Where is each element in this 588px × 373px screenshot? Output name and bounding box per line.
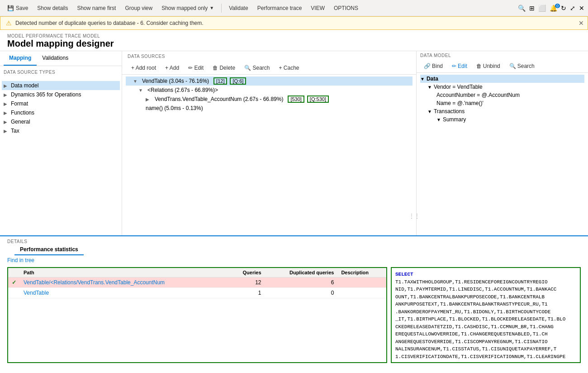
summary-node[interactable]: ▼ Summary bbox=[420, 115, 584, 124]
ds-type-label: Format bbox=[11, 100, 28, 107]
search-icon[interactable]: 🔍 bbox=[518, 5, 526, 12]
vendtrans-badge2: [Q:530] bbox=[307, 96, 329, 103]
show-name-first-button[interactable]: Show name first bbox=[73, 3, 119, 13]
performance-statistics-tab[interactable]: Performance statistics bbox=[14, 244, 84, 255]
ds-type-functions[interactable]: ▶ Functions bbox=[2, 108, 120, 117]
chevron-right-icon: ▶ bbox=[4, 110, 9, 115]
namefn-node[interactable]: name() (5.0ms - 0.13%) bbox=[126, 104, 413, 113]
edit-model-button[interactable]: ✏ Edit bbox=[448, 62, 471, 71]
edit-icon: ✏ bbox=[452, 63, 456, 69]
search-datasource-button[interactable]: 🔍 Search bbox=[241, 63, 273, 72]
col-duplicated: Duplicated queries bbox=[265, 268, 338, 277]
show-details-button[interactable]: Show details bbox=[33, 3, 71, 13]
data-model-content: ▼ Data ▼ Vendor = VendTable AccountNumbe… bbox=[417, 73, 588, 235]
relations-node[interactable]: ▼ <Relations (2.67s - 66.89%)> bbox=[126, 86, 413, 95]
chevron-right-icon: ▶ bbox=[4, 92, 9, 97]
chevron-right-icon: ▶ bbox=[4, 83, 9, 88]
refresh-icon[interactable]: ↻ bbox=[561, 5, 566, 12]
vertical-resize-handle[interactable]: ⋮⋮ bbox=[413, 59, 416, 235]
office-icon[interactable]: ⬜ bbox=[538, 5, 546, 12]
bind-button[interactable]: 🔗 Bind bbox=[420, 62, 446, 71]
save-button[interactable]: 💾 Save bbox=[4, 3, 32, 13]
delete-button[interactable]: 🗑 Delete bbox=[209, 63, 239, 72]
validate-button[interactable]: Validate bbox=[225, 3, 251, 13]
vendtable-node[interactable]: ▼ VendTable (3.04s - 76.16%) [12] [Q:6] bbox=[126, 77, 413, 86]
chevron-down-icon[interactable]: ▼ bbox=[138, 88, 144, 93]
chevron-right-icon: ▶ bbox=[4, 120, 9, 124]
separator bbox=[221, 4, 222, 13]
chevron-down-icon: ▼ bbox=[427, 85, 432, 90]
edit-datasource-button[interactable]: ✏ Edit bbox=[185, 63, 207, 72]
group-view-button[interactable]: Group view bbox=[121, 3, 156, 13]
ds-type-general[interactable]: ▶ General bbox=[2, 117, 120, 126]
ds-type-label: General bbox=[11, 119, 30, 125]
search-model-button[interactable]: 🔍 Search bbox=[506, 62, 538, 71]
show-mapped-only-button[interactable]: Show mapped only ▼ bbox=[158, 3, 218, 13]
checkmark-icon: ✓ bbox=[12, 279, 16, 286]
vendtrans-label: VendTrans.VendTable_AccountNum (2.67s - … bbox=[153, 96, 285, 103]
row-queries: 12 bbox=[228, 277, 265, 288]
add-root-button[interactable]: + Add root bbox=[128, 63, 160, 72]
chevron-right-icon[interactable]: ▶ bbox=[146, 97, 151, 102]
add-button[interactable]: + Add bbox=[161, 63, 183, 72]
drag-icon: ⋮⋮ bbox=[409, 213, 416, 219]
data-node[interactable]: ▼ Data bbox=[420, 75, 584, 83]
page-title: Model mapping designer bbox=[7, 38, 581, 49]
unbind-icon: 🗑 bbox=[476, 63, 482, 69]
table-row[interactable]: VendTable 1 0 bbox=[8, 288, 386, 298]
toolbar-right: 🔍 ⊞ ⬜ 🔔 0 ↻ ⤢ ✕ bbox=[518, 5, 584, 12]
find-in-tree-link[interactable]: Find in tree bbox=[0, 255, 588, 265]
table-row[interactable]: ✓ VendTable/<Relations/VendTrans.VendTab… bbox=[8, 277, 386, 288]
close-icon[interactable]: ✕ bbox=[579, 5, 584, 12]
tab-mapping[interactable]: Mapping bbox=[4, 51, 37, 66]
tab-validations[interactable]: Validations bbox=[37, 51, 74, 66]
col-path: Path bbox=[20, 268, 228, 277]
notification-icon[interactable]: 🔔 0 bbox=[550, 5, 557, 12]
row-path[interactable]: VendTable/<Relations/VendTrans.VendTable… bbox=[20, 277, 228, 288]
warning-icon: ⚠ bbox=[6, 19, 12, 27]
ds-type-label: Dynamics 365 for Operations bbox=[11, 91, 81, 98]
namefn-label: name() (5.0ms - 0.13%) bbox=[144, 105, 205, 112]
performance-table: Path Queries Duplicated queries Descript… bbox=[8, 268, 386, 298]
ds-type-format[interactable]: ▶ Format bbox=[2, 99, 120, 108]
cache-button[interactable]: + Cache bbox=[275, 63, 303, 72]
chevron-down-icon: ▼ bbox=[436, 117, 441, 122]
warning-close-button[interactable]: ✕ bbox=[579, 19, 584, 27]
ds-type-label: Functions bbox=[11, 110, 34, 116]
datasource-types-tree: ▶ Data model ▶ Dynamics 365 for Operatio… bbox=[0, 81, 122, 235]
vendor-node[interactable]: ▼ Vendor = VendTable bbox=[420, 83, 584, 91]
bind-icon: 🔗 bbox=[424, 63, 431, 69]
datasources-content: ▼ VendTable (3.04s - 76.16%) [12] [Q:6] … bbox=[122, 75, 416, 235]
performance-table-section: Path Queries Duplicated queries Descript… bbox=[7, 267, 387, 363]
ds-type-label: Tax bbox=[11, 128, 19, 134]
datasources-label: DATA SOURCES bbox=[128, 54, 411, 59]
path-link[interactable]: VendTable/<Relations/VendTrans.VendTable… bbox=[24, 279, 165, 286]
ds-type-dynamics365[interactable]: ▶ Dynamics 365 for Operations bbox=[2, 90, 120, 99]
view-button[interactable]: VIEW bbox=[307, 3, 328, 13]
chevron-down-icon: ▼ bbox=[420, 77, 425, 81]
data-model-header: DATA MODEL bbox=[417, 51, 588, 60]
puzzle-icon[interactable]: ⊞ bbox=[529, 5, 535, 12]
path-link[interactable]: VendTable bbox=[24, 290, 49, 296]
row-duplicated: 6 bbox=[265, 277, 338, 288]
chevron-down-icon[interactable]: ▼ bbox=[133, 79, 138, 84]
restore-icon[interactable]: ⤢ bbox=[570, 5, 575, 12]
datasources-header: DATA SOURCES bbox=[122, 51, 416, 62]
performance-trace-button[interactable]: Performance trace bbox=[254, 3, 306, 13]
perf-stats-tab: Performance statistics bbox=[0, 244, 588, 255]
ds-type-tax[interactable]: ▶ Tax bbox=[2, 126, 120, 135]
chevron-right-icon: ▶ bbox=[4, 129, 9, 134]
col-description: Description bbox=[337, 268, 386, 277]
relations-label: <Relations (2.67s - 66.89%)> bbox=[146, 86, 220, 94]
row-path[interactable]: VendTable bbox=[20, 288, 228, 298]
warning-banner: ⚠ Detected number of duplicate queries t… bbox=[0, 16, 588, 30]
datasource-types-label: DATA SOURCE TYPES bbox=[4, 70, 118, 75]
options-button[interactable]: OPTIONS bbox=[330, 3, 362, 13]
name-node: Name = @.'name()' bbox=[420, 99, 584, 107]
data-model-toolbar: 🔗 Bind ✏ Edit 🗑 Unbind 🔍 Search bbox=[417, 60, 588, 73]
ds-type-data-model[interactable]: ▶ Data model bbox=[2, 81, 120, 90]
vendtrans-node[interactable]: ▶ VendTrans.VendTable_AccountNum (2.67s … bbox=[126, 95, 413, 104]
unbind-button[interactable]: 🗑 Unbind bbox=[473, 62, 504, 71]
transactions-node[interactable]: ▼ Transactions bbox=[420, 107, 584, 115]
col-check bbox=[8, 268, 20, 277]
